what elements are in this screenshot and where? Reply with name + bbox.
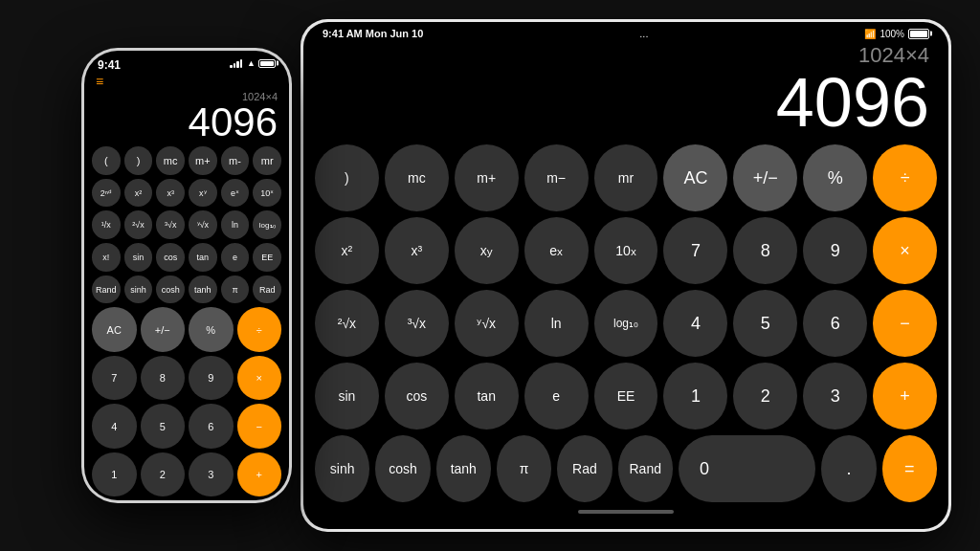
ipad-time: 9:41 AM Mon Jun 10	[323, 28, 423, 39]
iphone-btn-1x[interactable]: ¹/x	[92, 210, 121, 239]
iphone-btn-2[interactable]: 2	[141, 452, 186, 497]
ipad-btn-7[interactable]: 7	[663, 217, 727, 284]
iphone-sci-row-4: x! sin cos tan e EE	[92, 243, 281, 272]
ipad-btn-multiply[interactable]: ×	[873, 217, 937, 284]
ipad-btn-5[interactable]: 5	[733, 290, 797, 357]
ipad-btn-row-4: sin cos tan e EE 1 2 3 +	[315, 363, 937, 430]
ipad-btn-cos[interactable]: cos	[385, 363, 449, 430]
ipad-btn-divide[interactable]: ÷	[873, 144, 937, 211]
ipad-btn-ln[interactable]: ln	[524, 290, 589, 357]
iphone-btn-percent[interactable]: %	[189, 307, 234, 352]
menu-icon[interactable]: ≡	[96, 74, 103, 89]
ipad-btn-tanh[interactable]: tanh	[436, 435, 491, 502]
iphone-btn-7[interactable]: 7	[92, 356, 137, 401]
iphone-btn-8[interactable]: 8	[141, 356, 186, 401]
iphone-btn-cos[interactable]: cos	[156, 243, 185, 272]
ipad-btn-0[interactable]: 0	[679, 435, 816, 502]
iphone-btn-cosh[interactable]: cosh	[156, 276, 185, 304]
iphone-btn-sin[interactable]: sin	[124, 243, 153, 272]
ipad-btn-4[interactable]: 4	[663, 290, 727, 357]
iphone-btn-minus[interactable]: −	[237, 404, 282, 449]
ipad-btn-1[interactable]: 1	[663, 363, 727, 430]
ipad-btn-minus[interactable]: −	[873, 290, 937, 357]
ipad-btn-mplus[interactable]: m+	[455, 144, 519, 211]
iphone-btn-pi[interactable]: π	[221, 276, 250, 304]
iphone-btn-ac[interactable]: AC	[92, 307, 137, 352]
iphone-btn-6[interactable]: 6	[189, 404, 234, 449]
ipad-btn-x2[interactable]: x²	[315, 217, 379, 284]
iphone-btn-ee[interactable]: EE	[253, 243, 281, 272]
iphone-btn-log10[interactable]: log₁₀	[253, 210, 281, 239]
ipad-btn-ac[interactable]: AC	[663, 144, 727, 211]
ipad-btn-3[interactable]: 3	[803, 363, 867, 430]
ipad-btn-rand[interactable]: Rand	[618, 435, 673, 502]
iphone-btn-4[interactable]: 4	[92, 404, 137, 449]
iphone-btn-tanh[interactable]: tanh	[189, 276, 217, 304]
ipad-btn-ee[interactable]: EE	[594, 363, 658, 430]
ipad-home-bar	[578, 510, 674, 514]
ipad-btn-mr[interactable]: mr	[594, 144, 658, 211]
ipad-btn-9[interactable]: 9	[803, 217, 867, 284]
iphone-btn-tan[interactable]: tan	[189, 243, 217, 272]
ipad-btn-tan[interactable]: tan	[455, 363, 519, 430]
ipad-btn-log10[interactable]: log₁₀	[594, 290, 658, 357]
ipad-btn-percent[interactable]: %	[803, 144, 867, 211]
ipad-btn-2[interactable]: 2	[733, 363, 797, 430]
iphone-btn-mminus[interactable]: m-	[221, 146, 250, 175]
iphone-btn-2nd[interactable]: 2ⁿᵈ	[92, 179, 121, 208]
ipad-btn-sin[interactable]: sin	[315, 363, 379, 430]
iphone-btn-plusminus[interactable]: +/−	[141, 307, 186, 352]
iphone-btn-xfact[interactable]: x!	[92, 243, 121, 272]
iphone-btn-paren-close[interactable]: )	[124, 146, 153, 175]
iphone-btn-ysqrtx[interactable]: ʸ√x	[189, 210, 217, 239]
iphone-btn-mplus[interactable]: m+	[189, 146, 217, 175]
iphone-btn-x2[interactable]: x²	[124, 179, 153, 208]
iphone-btn-9[interactable]: 9	[189, 356, 234, 401]
ipad-btn-8[interactable]: 8	[733, 217, 797, 284]
ipad-btn-6[interactable]: 6	[803, 290, 867, 357]
iphone-btn-5[interactable]: 5	[141, 404, 186, 449]
ipad-btn-pi[interactable]: π	[497, 435, 551, 502]
iphone-btn-x3[interactable]: x³	[156, 179, 185, 208]
ipad-btn-e[interactable]: e	[524, 363, 589, 430]
iphone-btn-mc[interactable]: mc	[156, 146, 185, 175]
ipad-btn-ex[interactable]: ex	[524, 217, 589, 284]
ipad-btn-x3[interactable]: x³	[385, 217, 449, 284]
iphone-btn-plus[interactable]: +	[237, 452, 282, 497]
ipad-btn-ysqrtx[interactable]: ʸ√x	[455, 290, 519, 357]
ipad-btn-mminus[interactable]: m−	[524, 144, 589, 211]
iphone-btn-ln[interactable]: ln	[221, 210, 250, 239]
iphone-btn-mr[interactable]: mr	[253, 146, 281, 175]
iphone-btn-1[interactable]: 1	[92, 452, 137, 497]
iphone-btn-ex[interactable]: eˣ	[221, 179, 250, 208]
iphone-btn-2sqrtx[interactable]: ²√x	[124, 210, 153, 239]
iphone-num-row-4: 1 2 3 +	[92, 452, 281, 497]
ipad-btn-sinh[interactable]: sinh	[315, 435, 369, 502]
iphone-sci-row-5: Rand sinh cosh tanh π Rad	[92, 276, 281, 304]
iphone-btn-3sqrtx[interactable]: ³√x	[156, 210, 185, 239]
ipad-btn-plusminus[interactable]: +/−	[733, 144, 797, 211]
ipad-btn-mc[interactable]: mc	[385, 144, 449, 211]
iphone-btn-sinh[interactable]: sinh	[124, 276, 153, 304]
iphone-btn-paren-open[interactable]: (	[92, 146, 121, 175]
ipad-btn-3sqrtx[interactable]: ³√x	[385, 290, 449, 357]
signal-bar-1	[230, 65, 233, 68]
ipad-btn-equals[interactable]: =	[882, 435, 937, 502]
iphone-btn-xy[interactable]: xʸ	[189, 179, 217, 208]
iphone-btn-rand[interactable]: Rand	[92, 276, 121, 304]
iphone-btn-divide[interactable]: ÷	[237, 307, 282, 352]
iphone-btn-3[interactable]: 3	[189, 452, 234, 497]
ipad-btn-rad[interactable]: Rad	[557, 435, 612, 502]
ipad-btn-cosh[interactable]: cosh	[375, 435, 430, 502]
iphone-btn-rad[interactable]: Rad	[253, 276, 281, 304]
iphone-btn-multiply[interactable]: ×	[237, 356, 282, 401]
iphone-btn-e[interactable]: e	[221, 243, 250, 272]
iphone-btn-10x[interactable]: 10ˣ	[253, 179, 281, 208]
ipad-btn-2sqrtx[interactable]: ²√x	[315, 290, 379, 357]
ipad-btn-plus[interactable]: +	[873, 363, 937, 430]
ipad-btn-xy[interactable]: xy	[455, 217, 519, 284]
ipad-btn-dot[interactable]: .	[821, 435, 876, 502]
ipad-btn-paren-close[interactable]: )	[315, 144, 379, 211]
ipad-device: 9:41 AM Mon Jun 10 ... 📶 100% 1024×4 409…	[301, 19, 951, 532]
ipad-btn-10x[interactable]: 10x	[594, 217, 658, 284]
